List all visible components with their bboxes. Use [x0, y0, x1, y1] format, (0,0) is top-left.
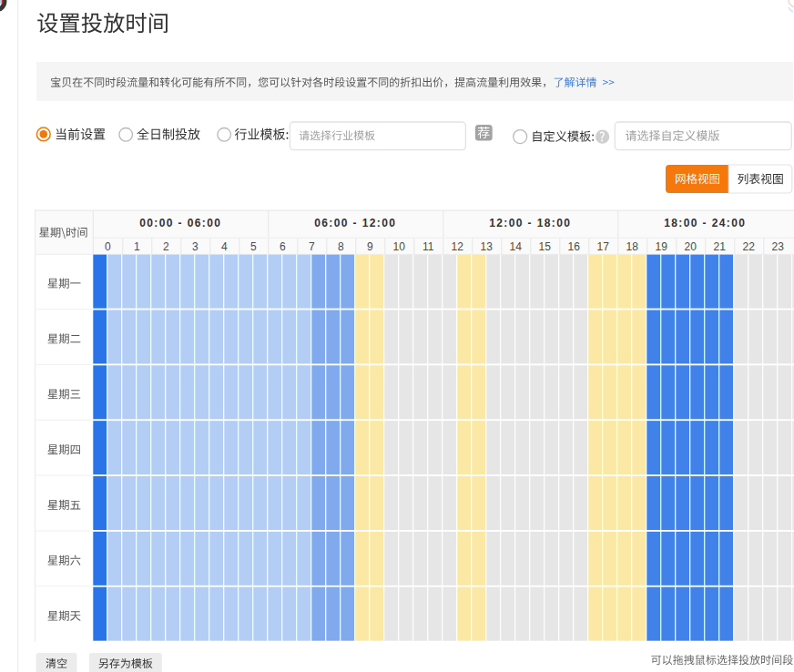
- svg-text:15: 15: [539, 240, 552, 253]
- svg-text:8: 8: [338, 240, 344, 253]
- svg-text:14: 14: [510, 240, 523, 253]
- svg-text:18:00 - 24:00: 18:00 - 24:00: [664, 217, 746, 229]
- svg-text:5: 5: [250, 240, 257, 253]
- svg-text:16: 16: [568, 240, 581, 253]
- svg-text:6: 6: [280, 240, 286, 253]
- svg-text:4: 4: [221, 240, 228, 253]
- svg-text:2: 2: [163, 240, 169, 253]
- svg-text:19: 19: [656, 240, 668, 253]
- svg-text:7: 7: [309, 240, 315, 253]
- svg-text:11: 11: [422, 240, 434, 253]
- svg-text:13: 13: [481, 240, 494, 253]
- svg-text:1: 1: [134, 240, 140, 253]
- svg-text:23: 23: [772, 240, 785, 253]
- svg-text:10: 10: [393, 240, 406, 253]
- svg-text:0: 0: [105, 240, 111, 253]
- svg-text:12: 12: [452, 240, 464, 253]
- svg-text:22: 22: [743, 240, 756, 253]
- svg-text:12:00 - 18:00: 12:00 - 18:00: [489, 217, 571, 229]
- svg-text:20: 20: [685, 240, 697, 253]
- svg-text:06:00 - 12:00: 06:00 - 12:00: [314, 217, 396, 229]
- svg-text:3: 3: [192, 240, 198, 253]
- svg-text:18: 18: [626, 240, 639, 253]
- svg-text:17: 17: [597, 240, 610, 253]
- svg-text:00:00 - 06:00: 00:00 - 06:00: [139, 217, 221, 229]
- svg-text:21: 21: [714, 240, 727, 253]
- svg-text:9: 9: [367, 240, 373, 253]
